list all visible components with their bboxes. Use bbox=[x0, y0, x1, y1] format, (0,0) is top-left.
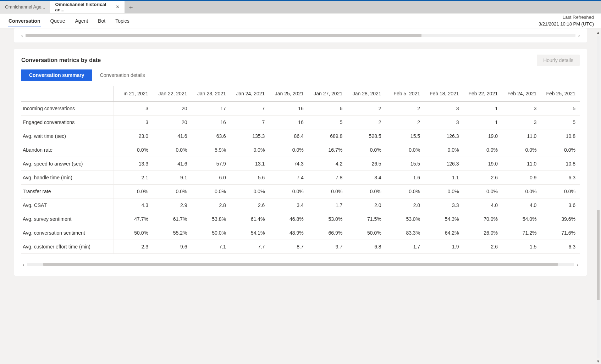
close-icon[interactable]: ✕ bbox=[116, 4, 120, 10]
nav-conversation[interactable]: Conversation bbox=[8, 15, 41, 27]
metric-label: Avg. handle time (min) bbox=[21, 171, 114, 185]
metric-value: 64.2% bbox=[424, 226, 463, 240]
metric-value: 61.7% bbox=[153, 212, 191, 226]
date-column-header[interactable]: Jan 27, 2021 bbox=[308, 86, 347, 102]
metric-value: 2 bbox=[386, 102, 424, 116]
metric-value: 86.4 bbox=[269, 129, 308, 143]
card-title: Conversation metrics by date bbox=[21, 57, 101, 63]
metrics-card: Conversation metrics by date Hourly deta… bbox=[14, 49, 587, 276]
metric-value: 61.4% bbox=[230, 212, 269, 226]
metric-value: 2.6 bbox=[463, 240, 502, 254]
metric-value: 3.4 bbox=[269, 198, 308, 212]
metric-value: 126.3 bbox=[424, 129, 463, 143]
metric-value: 41.6 bbox=[153, 157, 191, 171]
subtab-conversation-details[interactable]: Conversation details bbox=[92, 69, 153, 81]
metric-value: 0.0% bbox=[153, 143, 191, 157]
chevron-right-icon[interactable]: › bbox=[577, 33, 581, 38]
metric-value: 0.0% bbox=[114, 185, 153, 198]
date-column-header[interactable]: Feb 24, 2021 bbox=[502, 86, 541, 102]
metric-value: 7.7 bbox=[230, 240, 269, 254]
metric-value: 8.7 bbox=[269, 240, 308, 254]
metrics-table-wrap: ın 21, 2021Jan 22, 2021Jan 23, 2021Jan 2… bbox=[21, 86, 580, 254]
metric-value: 5 bbox=[541, 102, 580, 116]
scroll-thumb[interactable] bbox=[597, 210, 600, 300]
date-column-header[interactable]: Feb 5, 2021 bbox=[386, 86, 424, 102]
date-column-header[interactable]: Jan 24, 2021 bbox=[230, 86, 269, 102]
chevron-up-icon[interactable]: ▲ bbox=[596, 30, 601, 35]
metric-value: 71.2% bbox=[502, 226, 541, 240]
upper-horizontal-scrollbar[interactable]: ‹ › bbox=[20, 33, 581, 38]
metric-value: 13.3 bbox=[114, 157, 153, 171]
date-column-header[interactable]: Feb 22, 2021 bbox=[463, 86, 502, 102]
nav-bot[interactable]: Bot bbox=[97, 15, 106, 27]
chevron-right-icon[interactable]: › bbox=[575, 262, 580, 267]
metric-value: 16 bbox=[191, 116, 230, 129]
metric-value: 2.6 bbox=[463, 171, 502, 185]
scroll-thumb[interactable] bbox=[43, 263, 557, 266]
tab-omnichannel-historical[interactable]: Omnichannel historical an... ✕ bbox=[50, 1, 125, 13]
metric-value: 1.7 bbox=[308, 198, 347, 212]
metric-value: 10.8 bbox=[541, 157, 580, 171]
date-column-header[interactable]: Jan 22, 2021 bbox=[153, 86, 191, 102]
nav-topics[interactable]: Topics bbox=[115, 15, 130, 27]
metric-value: 50.0% bbox=[191, 226, 230, 240]
metric-value: 50.0% bbox=[347, 226, 385, 240]
metric-value: 47.7% bbox=[114, 212, 153, 226]
metric-value: 9.6 bbox=[153, 240, 191, 254]
metric-value: 71.6% bbox=[541, 226, 580, 240]
metric-value: 0.0% bbox=[153, 185, 191, 198]
scroll-thumb[interactable] bbox=[26, 34, 421, 37]
metric-value: 2.3 bbox=[114, 240, 153, 254]
metrics-table: ın 21, 2021Jan 22, 2021Jan 23, 2021Jan 2… bbox=[21, 86, 580, 254]
hourly-details-button[interactable]: Hourly details bbox=[537, 55, 580, 66]
metric-value: 0.0% bbox=[463, 143, 502, 157]
chevron-left-icon[interactable]: ‹ bbox=[20, 33, 24, 38]
date-column-header[interactable]: Feb 18, 2021 bbox=[424, 86, 463, 102]
date-column-header[interactable]: Jan 23, 2021 bbox=[191, 86, 230, 102]
metric-value: 0.0% bbox=[269, 185, 308, 198]
date-column-header[interactable]: ın 21, 2021 bbox=[114, 86, 153, 102]
table-row: Avg. conversation sentiment50.0%55.2%50.… bbox=[21, 226, 580, 240]
scroll-track[interactable] bbox=[27, 263, 574, 266]
metric-value: 70.0% bbox=[463, 212, 502, 226]
metric-value: 16 bbox=[269, 116, 308, 129]
metric-value: 6.3 bbox=[541, 240, 580, 254]
metric-value: 0.0% bbox=[424, 143, 463, 157]
metric-value: 15.5 bbox=[386, 157, 424, 171]
last-refreshed: Last Refreshed 3/21/2021 10:18 PM (UTC) bbox=[539, 14, 594, 27]
metric-value: 7 bbox=[230, 102, 269, 116]
metric-value: 10.8 bbox=[541, 129, 580, 143]
chevron-down-icon[interactable]: ▼ bbox=[596, 359, 601, 364]
table-horizontal-scrollbar[interactable]: ‹ › bbox=[21, 262, 580, 267]
metric-value: 7.4 bbox=[269, 171, 308, 185]
metric-value: 7.1 bbox=[191, 240, 230, 254]
metric-value: 0.0% bbox=[502, 185, 541, 198]
metric-value: 5 bbox=[541, 116, 580, 129]
table-row: Avg. handle time (min)2.19.16.05.67.47.8… bbox=[21, 171, 580, 185]
chevron-left-icon[interactable]: ‹ bbox=[21, 262, 26, 267]
nav-agent[interactable]: Agent bbox=[75, 15, 89, 27]
metric-value: 6.0 bbox=[191, 171, 230, 185]
metric-value: 2 bbox=[347, 116, 385, 129]
nav-queue[interactable]: Queue bbox=[49, 15, 66, 27]
tab-omnichannel-agent[interactable]: Omnichannel Age... bbox=[0, 1, 50, 13]
metric-value: 7.8 bbox=[308, 171, 347, 185]
page-vertical-scrollbar[interactable]: ▲ ▼ bbox=[595, 30, 601, 364]
metric-value: 1.6 bbox=[386, 171, 424, 185]
metric-value: 11.0 bbox=[502, 129, 541, 143]
subtab-conversation-summary[interactable]: Conversation summary bbox=[21, 69, 92, 81]
scroll-track[interactable] bbox=[597, 36, 600, 358]
scroll-track[interactable] bbox=[26, 34, 575, 37]
metric-value: 2.1 bbox=[114, 171, 153, 185]
metric-value: 0.0% bbox=[347, 143, 385, 157]
date-column-header[interactable]: Jan 28, 2021 bbox=[347, 86, 385, 102]
new-tab-button[interactable]: ＋ bbox=[125, 1, 137, 13]
table-row: Avg. CSAT4.32.92.82.63.41.72.02.03.34.04… bbox=[21, 198, 580, 212]
metric-value: 0.0% bbox=[386, 185, 424, 198]
last-refreshed-timestamp: 3/21/2021 10:18 PM (UTC) bbox=[539, 21, 594, 27]
table-row: Avg. wait time (sec)23.041.663.6135.386.… bbox=[21, 129, 580, 143]
metric-value: 0.0% bbox=[230, 143, 269, 157]
metric-value: 39.6% bbox=[541, 212, 580, 226]
date-column-header[interactable]: Feb 25, 2021 bbox=[541, 86, 580, 102]
date-column-header[interactable]: Jan 25, 2021 bbox=[269, 86, 308, 102]
